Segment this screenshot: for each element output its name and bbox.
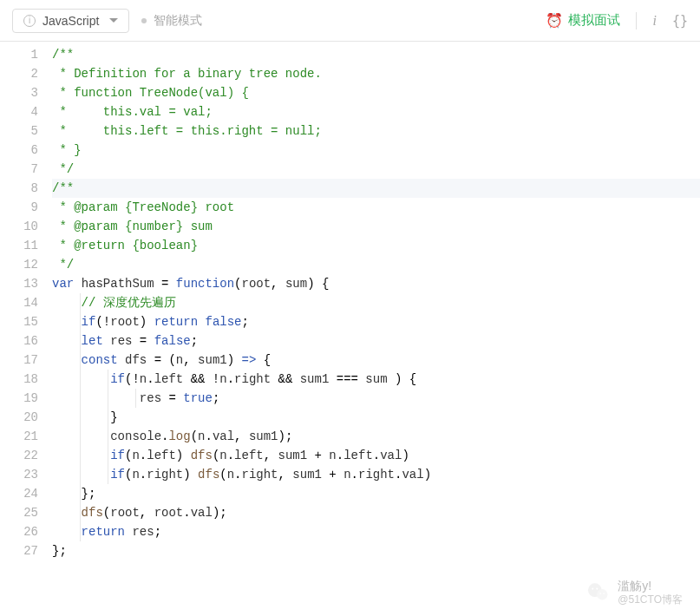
code-line[interactable]: */ <box>52 160 700 179</box>
line-number: 15 <box>0 312 38 331</box>
code-line[interactable]: const dfs = (n, sum1) => { <box>52 351 700 370</box>
line-number: 13 <box>0 274 38 293</box>
code-line[interactable]: * this.val = val; <box>52 102 700 121</box>
code-line[interactable]: if(n.right) dfs(n.right, sum1 + n.right.… <box>52 465 700 484</box>
line-number: 2 <box>0 64 38 83</box>
code-line[interactable]: var hasPathSum = function(root, sum) { <box>52 274 700 293</box>
code-line[interactable]: * @return {boolean} <box>52 236 700 255</box>
code-line[interactable]: dfs(root, root.val); <box>52 503 700 522</box>
code-line[interactable]: console.log(n.val, sum1); <box>52 427 700 446</box>
code-line[interactable]: /** <box>52 45 700 64</box>
vertical-divider <box>636 12 637 29</box>
code-line[interactable]: * @param {TreeNode} root <box>52 198 700 217</box>
mode-dot-icon <box>141 18 147 23</box>
code-area[interactable]: /** * Definition for a binary tree node.… <box>49 42 700 560</box>
code-editor[interactable]: 1234567891011121314151617181920212223242… <box>0 42 700 560</box>
mode-indicator: 智能模式 <box>141 13 202 29</box>
mock-interview-label: 模拟面试 <box>568 12 620 29</box>
svg-point-5 <box>604 593 605 594</box>
info-button[interactable]: i <box>652 13 656 29</box>
line-number: 12 <box>0 255 38 274</box>
code-line[interactable]: if(n.left) dfs(n.left, sum1 + n.left.val… <box>52 446 700 465</box>
line-number-gutter: 1234567891011121314151617181920212223242… <box>0 42 49 560</box>
svg-point-1 <box>597 589 607 600</box>
watermark-line2: @51CTO博客 <box>618 593 683 607</box>
line-number: 3 <box>0 83 38 102</box>
braces-button[interactable]: {} <box>672 13 688 29</box>
line-number: 6 <box>0 141 38 160</box>
line-number: 17 <box>0 351 38 370</box>
mode-label: 智能模式 <box>154 13 202 29</box>
code-line[interactable]: res = true; <box>52 389 700 408</box>
editor-toolbar: i JavaScript 智能模式 ⏰ 模拟面试 i {} <box>0 0 700 42</box>
language-selector[interactable]: i JavaScript <box>12 9 129 33</box>
line-number: 20 <box>0 408 38 427</box>
svg-point-3 <box>597 588 599 590</box>
svg-point-2 <box>592 588 594 590</box>
line-number: 8 <box>0 179 38 198</box>
code-line[interactable]: if(!n.left && !n.right && sum1 === sum )… <box>52 370 700 389</box>
code-line[interactable]: return res; <box>52 522 700 541</box>
line-number: 23 <box>0 465 38 484</box>
code-line[interactable]: let res = false; <box>52 331 700 351</box>
line-number: 25 <box>0 503 38 522</box>
watermark-line1: 滥觞y! <box>618 578 651 593</box>
language-label: JavaScript <box>43 14 99 28</box>
chevron-down-icon <box>109 18 118 23</box>
line-number: 14 <box>0 293 38 312</box>
wechat-icon <box>586 580 611 605</box>
code-line[interactable]: }; <box>52 541 700 560</box>
line-number: 10 <box>0 217 38 236</box>
code-line[interactable]: * } <box>52 141 700 160</box>
line-number: 21 <box>0 427 38 446</box>
code-line[interactable]: // 深度优先遍历 <box>52 293 700 312</box>
code-line[interactable]: }; <box>52 484 700 503</box>
watermark: 滥觞y! @51CTO博客 <box>586 578 683 607</box>
line-number: 22 <box>0 446 38 465</box>
line-number: 7 <box>0 160 38 179</box>
toolbar-right: ⏰ 模拟面试 i {} <box>546 12 688 29</box>
line-number: 9 <box>0 198 38 217</box>
line-number: 27 <box>0 541 38 560</box>
code-line[interactable]: * function TreeNode(val) { <box>52 83 700 102</box>
code-line[interactable]: } <box>52 408 700 427</box>
line-number: 19 <box>0 389 38 408</box>
line-number: 26 <box>0 522 38 541</box>
code-line[interactable]: * Definition for a binary tree node. <box>52 64 700 83</box>
code-line[interactable]: * this.left = this.right = null; <box>52 121 700 141</box>
line-number: 11 <box>0 236 38 255</box>
code-line[interactable]: if(!root) return false; <box>52 312 700 331</box>
toolbar-left: i JavaScript 智能模式 <box>12 9 202 33</box>
mock-interview-button[interactable]: ⏰ 模拟面试 <box>546 12 620 29</box>
info-icon: i <box>23 15 36 27</box>
line-number: 5 <box>0 121 38 141</box>
line-number: 18 <box>0 370 38 389</box>
svg-point-4 <box>600 593 602 594</box>
code-line[interactable]: /** <box>52 179 700 198</box>
alarm-clock-icon: ⏰ <box>546 12 563 29</box>
code-line[interactable]: */ <box>52 255 700 274</box>
line-number: 24 <box>0 484 38 503</box>
line-number: 16 <box>0 331 38 351</box>
line-number: 1 <box>0 45 38 64</box>
code-line[interactable]: * @param {number} sum <box>52 217 700 236</box>
line-number: 4 <box>0 102 38 121</box>
